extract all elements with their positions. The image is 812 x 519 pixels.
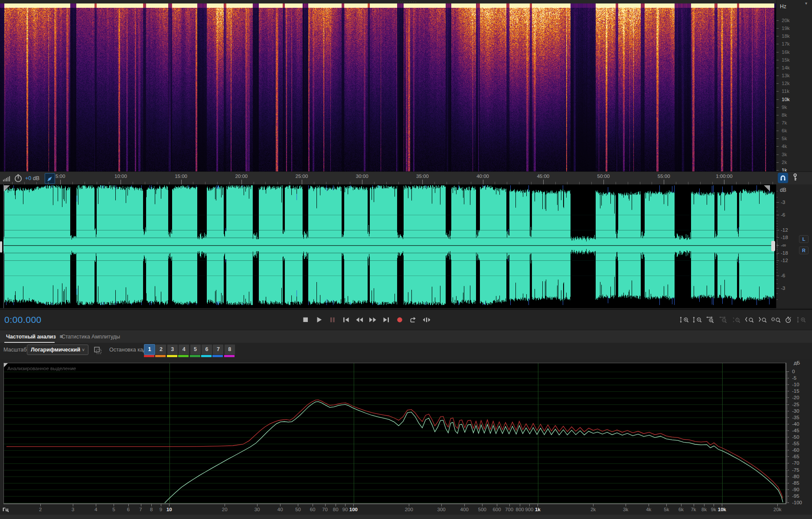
zoom-out-time-button[interactable] [718, 314, 729, 325]
x-tick-label: 3 [72, 507, 74, 512]
zoom-out-amplitude-button[interactable] [692, 314, 703, 325]
skip-to-end-button[interactable] [380, 314, 392, 325]
pause-button[interactable] [326, 314, 339, 325]
tab-frequency-analysis[interactable]: Частотный анализ ≡ [6, 333, 63, 340]
y-minor-tick [786, 406, 788, 406]
amplitude-scale-minor-tick [776, 256, 778, 256]
ruler-major-tick [422, 180, 423, 184]
amplitude-scale-minor-tick [776, 247, 778, 247]
ruler-time-label: 10:00 [114, 174, 127, 179]
zoom-out-full-button[interactable] [731, 314, 742, 325]
selection-right-handle[interactable] [771, 241, 775, 251]
y-minor-tick [786, 491, 788, 491]
tab-amplitude-statistics[interactable]: Статистика Амплитуды [62, 334, 120, 340]
snap-toggle-button[interactable] [778, 173, 788, 183]
amplitude-scale-label: -∞ [781, 243, 786, 248]
record-button[interactable] [394, 314, 406, 325]
spectral-frequency-scale[interactable]: Hz ▾ 20k19k18k17k16k15k14k13k12k11k10k9k… [776, 0, 812, 171]
spectrogram-display[interactable] [0, 3, 776, 171]
y-tick [786, 496, 789, 496]
y-minor-tick [786, 464, 788, 465]
hz-tick [776, 52, 779, 53]
zoom-to-out-point-button[interactable] [757, 314, 768, 325]
y-minor-tick [786, 445, 788, 445]
timer-button[interactable] [783, 314, 794, 325]
analyzed-selection-label: Анализированное выделение [7, 366, 76, 371]
scale-dropdown[interactable]: Логарифмический ˅ [27, 345, 88, 355]
amplitude-scale[interactable]: dB -3-6-12-18-∞-18-12-6-3 L R [776, 184, 812, 308]
hold-button-1[interactable]: 1 [144, 344, 155, 355]
ruler-time-label: 5:00 [55, 174, 65, 179]
rewind-button[interactable] [353, 314, 365, 325]
x-tick [151, 504, 152, 506]
zoom-to-in-point-button[interactable] [744, 314, 755, 325]
timeline-ruler[interactable]: +0 dB 5:0010:0015:0020:0025:0030:0035:00… [0, 171, 812, 185]
playhead-line[interactable] [3, 184, 4, 308]
amplitude-scale-minor-tick [776, 240, 778, 241]
hold-button-4[interactable]: 4 [178, 344, 189, 355]
scale-label: Масштаб: [3, 347, 28, 353]
hold-color-bar-6 [201, 355, 212, 357]
fade-in-handle[interactable] [4, 185, 10, 191]
hold-button-3[interactable]: 3 [167, 344, 178, 355]
hz-label: 16k [782, 49, 790, 55]
hold-button-6[interactable]: 6 [201, 344, 212, 355]
x-tick [325, 504, 326, 506]
scale-dropdown-value: Логарифмический [31, 347, 80, 353]
y-tick [786, 463, 789, 463]
bottom-strip [0, 515, 812, 519]
graph-plot-area[interactable]: Анализированное выделение [3, 363, 786, 504]
skip-to-start-button[interactable] [340, 314, 352, 325]
y-minor-tick [786, 436, 788, 436]
y-minor-tick [786, 434, 788, 435]
x-tick-label: 70 [322, 507, 328, 512]
zoom-to-selection-button[interactable] [770, 314, 781, 325]
amplitude-scale-minor-tick [776, 264, 778, 265]
x-tick [626, 504, 626, 506]
key-icon[interactable] [792, 173, 799, 182]
fast-forward-button[interactable] [367, 314, 379, 325]
spectral-scale-menu-icon[interactable]: ▾ [805, 1, 807, 6]
selection-left-handle[interactable] [0, 241, 2, 253]
play-button[interactable] [313, 314, 325, 325]
y-tick [786, 443, 789, 444]
x-tick-label: 1k [535, 507, 541, 512]
y-minor-tick [786, 381, 788, 381]
x-tick [649, 504, 649, 506]
ruler-major-tick [483, 180, 483, 184]
zoom-in-amplitude-button[interactable] [679, 314, 690, 325]
ruler-major-tick [302, 180, 302, 184]
zoom-in-time-button[interactable] [705, 314, 716, 325]
x-tick [353, 504, 354, 506]
ruler-major-tick [543, 180, 544, 184]
hold-button-5[interactable]: 5 [190, 344, 201, 355]
y-tick-label: -45 [792, 428, 799, 433]
y-tick-label: -75 [792, 467, 799, 473]
hold-button-2[interactable]: 2 [155, 344, 166, 355]
hz-tick [776, 91, 779, 92]
zoom-vertical-reset-button[interactable] [796, 314, 807, 325]
hz-tick [776, 68, 779, 68]
x-tick-label: 10 [166, 507, 172, 512]
copy-data-button[interactable] [93, 345, 102, 355]
x-tick-label: 4 [95, 507, 97, 512]
channel-badge-right[interactable]: R [799, 246, 809, 254]
shuttle-button[interactable] [421, 314, 433, 325]
time-display[interactable]: 0:00.000 [4, 315, 42, 325]
channel-badge-left[interactable]: L [799, 235, 809, 243]
hz-tick [776, 44, 779, 44]
y-tick-label: -50 [792, 434, 799, 440]
fade-out-handle[interactable] [764, 185, 770, 191]
y-minor-tick [786, 501, 788, 502]
stop-button[interactable] [300, 314, 312, 325]
y-tick-label: -40 [792, 421, 799, 427]
amplitude-scale-tick [776, 237, 779, 238]
hold-button-8[interactable]: 8 [224, 344, 235, 355]
waveform-display[interactable] [3, 184, 775, 308]
hz-label: 4k [782, 144, 787, 149]
panel-drag-handle[interactable]: ········· [390, 0, 425, 3]
hold-button-7[interactable]: 7 [212, 344, 224, 355]
x-tick-label: 900 [525, 507, 533, 512]
amplitude-scale-minor-tick [776, 251, 778, 252]
loop-playback-button[interactable] [407, 314, 419, 325]
